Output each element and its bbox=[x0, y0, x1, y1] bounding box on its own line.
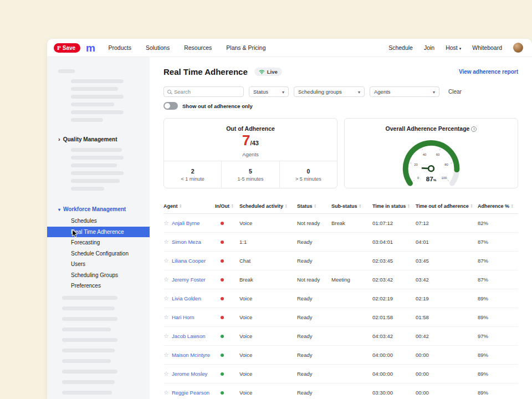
status-cell: Ready bbox=[297, 352, 331, 358]
agent-cell: Liliana Cooper bbox=[163, 257, 215, 264]
star-icon[interactable] bbox=[163, 219, 169, 227]
inout-cell bbox=[215, 277, 239, 283]
scheduling-groups-select[interactable]: Scheduling groups bbox=[294, 86, 365, 97]
nav-item-products[interactable]: Products bbox=[109, 44, 131, 51]
column-header-agent[interactable]: Agent bbox=[163, 203, 215, 209]
column-header-time-in-status[interactable]: Time in status bbox=[372, 203, 416, 209]
table-row[interactable]: Liliana Cooper Chat Ready 02:03:45 03:45… bbox=[163, 252, 518, 270]
adherence-cell: 89% bbox=[478, 352, 518, 358]
star-icon[interactable] bbox=[163, 314, 169, 321]
sort-icon bbox=[407, 204, 410, 208]
sidebar-item-workforce-management[interactable]: Workforce Management bbox=[58, 206, 126, 212]
star-icon[interactable] bbox=[163, 332, 169, 340]
nav-item-join[interactable]: Join bbox=[424, 44, 434, 51]
pinterest-save-button[interactable]: Save bbox=[54, 43, 80, 53]
sidebar-item-schedule-configuration[interactable]: Schedule Configuration bbox=[47, 248, 150, 259]
table-body: Anjali Byrne Voice Not ready Break 01:07… bbox=[163, 214, 518, 399]
toggle-row: Show out of adherence only bbox=[163, 102, 518, 110]
table-row[interactable]: Jerome Mosley Voice Ready 04:00:00 00:00… bbox=[163, 365, 518, 383]
star-icon[interactable] bbox=[163, 351, 169, 359]
agent-link[interactable]: Jacob Lawson bbox=[172, 333, 206, 339]
star-icon[interactable] bbox=[163, 238, 169, 245]
miro-logo[interactable]: m bbox=[86, 43, 95, 53]
agent-link[interactable]: Liliana Cooper bbox=[172, 258, 206, 264]
inout-dot bbox=[221, 278, 224, 282]
star-icon[interactable] bbox=[163, 295, 169, 302]
sidebar-item-quality-management[interactable]: Quality Management bbox=[58, 136, 117, 142]
page-title: Real Time Adherence bbox=[163, 67, 248, 76]
status-cell: Ready bbox=[297, 371, 331, 377]
user-avatar[interactable] bbox=[513, 43, 523, 53]
table-row[interactable]: Livia Golden Voice Ready 02:02:19 02:19 … bbox=[163, 289, 518, 308]
agent-link[interactable]: Livia Golden bbox=[172, 295, 201, 301]
chevron-down-icon bbox=[358, 89, 360, 95]
clear-filters-button[interactable]: Clear bbox=[448, 89, 462, 95]
card-title: Out of Adherence bbox=[164, 125, 337, 132]
out-of-adherence-toggle[interactable] bbox=[163, 102, 178, 110]
table-row[interactable]: Jeremy Foster Break Not ready Meeting 02… bbox=[163, 270, 518, 289]
adherence-cell: 89% bbox=[478, 295, 518, 301]
star-icon[interactable] bbox=[163, 389, 169, 396]
inout-cell bbox=[215, 258, 239, 264]
agents-select[interactable]: Agents bbox=[370, 86, 439, 97]
column-header-inout[interactable]: In/Out bbox=[215, 203, 239, 209]
adherence-cell: 97% bbox=[478, 333, 518, 339]
nav-item-resources[interactable]: Resources bbox=[184, 44, 212, 51]
nav-item-whiteboard[interactable]: Whiteboard bbox=[472, 44, 502, 51]
skeleton-bar bbox=[62, 328, 111, 331]
nav-item-plans-pricing[interactable]: Plans & Pricing bbox=[226, 44, 265, 51]
table-row[interactable]: Anjali Byrne Voice Not ready Break 01:07… bbox=[163, 214, 518, 233]
gauge-tick-label: 60 bbox=[436, 153, 439, 156]
time-out-of-adherence-cell: 03:42 bbox=[416, 277, 478, 283]
agent-link[interactable]: Maison Mcintyre bbox=[172, 352, 210, 358]
table-row[interactable]: Simon Meza 1:1 Ready 03:04:01 04:01 87% bbox=[163, 233, 518, 252]
column-header-time-out-of-adherence[interactable]: Time out of adherence bbox=[416, 203, 478, 209]
agent-link[interactable]: Hari Horn bbox=[172, 314, 195, 320]
inout-cell bbox=[215, 333, 239, 339]
info-icon[interactable] bbox=[471, 126, 477, 132]
table-row[interactable]: Maison Mcintyre Voice Ready 04:00:00 00:… bbox=[163, 346, 518, 365]
sort-icon bbox=[314, 204, 316, 208]
time-out-of-adherence-cell: 03:45 bbox=[416, 258, 478, 264]
nav-item-schedule[interactable]: Schedule bbox=[388, 44, 413, 51]
gauge-tick-label: 100 bbox=[442, 176, 447, 180]
agent-cell: Anjali Byrne bbox=[163, 219, 215, 227]
agent-link[interactable]: Jeremy Foster bbox=[172, 277, 206, 283]
save-label: Save bbox=[63, 45, 75, 51]
time-out-of-adherence-cell: 01:58 bbox=[416, 314, 478, 320]
skeleton-bar bbox=[58, 69, 75, 73]
sidebar-item-preferences[interactable]: Preferences bbox=[47, 280, 150, 291]
table-row[interactable]: Hari Horn Voice Ready 02:01:58 01:58 89% bbox=[163, 308, 518, 327]
status-cell: Not ready bbox=[297, 277, 331, 283]
agent-link[interactable]: Anjali Byrne bbox=[172, 220, 200, 226]
star-icon[interactable] bbox=[163, 370, 169, 377]
sidebar-item-forecasting[interactable]: Forecasting bbox=[47, 237, 150, 248]
status-select[interactable]: Status bbox=[249, 86, 289, 97]
inout-cell bbox=[215, 390, 239, 396]
nav-item-solutions[interactable]: Solutions bbox=[146, 44, 170, 51]
star-icon[interactable] bbox=[163, 257, 169, 264]
agent-link[interactable]: Reggie Pearson bbox=[172, 390, 209, 396]
star-icon[interactable] bbox=[163, 276, 169, 283]
time-out-of-adherence-cell: 00:00 bbox=[416, 371, 478, 377]
agent-link[interactable]: Simon Meza bbox=[172, 239, 201, 245]
view-adherence-report-link[interactable]: View adherence report bbox=[459, 69, 518, 75]
time-in-status-cell: 03:04:01 bbox=[372, 239, 416, 245]
column-header-sub-status[interactable]: Sub-status bbox=[331, 203, 372, 209]
search-input[interactable] bbox=[174, 89, 240, 95]
skeleton-bar bbox=[62, 306, 115, 310]
table-row[interactable]: Jacob Lawson Voice Ready 04:03:42 00:42 … bbox=[163, 327, 518, 346]
column-header-adherence[interactable]: Adherence % bbox=[478, 203, 518, 209]
column-header-status[interactable]: Status bbox=[297, 203, 331, 209]
nav-item-host[interactable]: Host bbox=[446, 44, 461, 51]
sidebar-skeleton-middle bbox=[47, 148, 150, 191]
sidebar-item-real-time-adherence[interactable]: Real Time Adherence bbox=[47, 227, 150, 238]
sidebar-item-schedules[interactable]: Schedules bbox=[47, 216, 150, 227]
table-row[interactable]: Reggie Pearson Voice Ready 03:30:00 00:0… bbox=[163, 383, 518, 399]
sidebar-item-users[interactable]: Users bbox=[47, 259, 150, 270]
sidebar-item-scheduling-groups[interactable]: Scheduling Groups bbox=[47, 270, 150, 281]
time-in-status-cell: 02:02:19 bbox=[372, 295, 416, 301]
column-header-scheduled-activity[interactable]: Scheduled activity bbox=[239, 203, 297, 209]
time-in-status-cell: 02:03:45 bbox=[372, 258, 416, 264]
agent-link[interactable]: Jerome Mosley bbox=[172, 371, 207, 377]
